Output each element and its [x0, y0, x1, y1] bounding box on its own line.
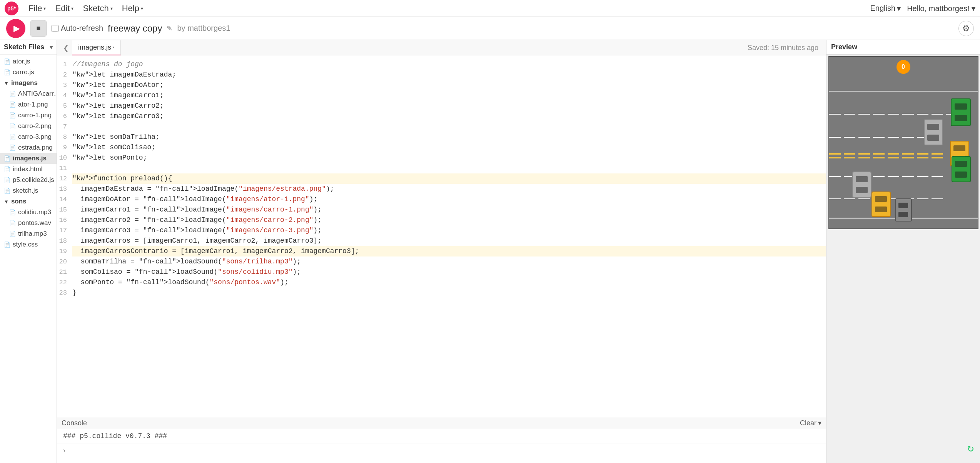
sidebar-file-estrada-png[interactable]: 📄 estrada.png — [0, 142, 57, 153]
line-number: 8 — [57, 132, 72, 142]
user-menu[interactable]: Hello, mattborges! ▾ — [907, 4, 975, 13]
line-content: "kw">let imagemCarro2; — [72, 101, 826, 111]
code-lines: 1//imagens do jogo2"kw">let imagemDaEstr… — [57, 56, 826, 301]
car-gray-1 — [924, 119, 943, 145]
code-line-14: 14 imagemDoAtor = "fn-call">loadImage("i… — [57, 194, 826, 205]
line-number: 19 — [57, 246, 72, 256]
file-name: estrada.png — [18, 144, 53, 152]
code-line-16: 16 imagemCarro2 = "fn-call">loadImage("i… — [57, 215, 826, 225]
code-line-5: 5"kw">let imagemCarro2; — [57, 101, 826, 111]
folder-name: imagens — [11, 79, 38, 87]
sidebar-file-style-css[interactable]: 📄 style.css — [0, 239, 57, 250]
save-status: Saved: 15 minutes ago — [748, 44, 823, 52]
sketch-name: freeway copy — [108, 23, 162, 34]
auto-refresh-label: Auto-refresh — [52, 24, 103, 33]
sidebar-file-colidiu-mp3[interactable]: 📄 colidiu.mp3 — [0, 207, 57, 218]
tab-imagens-js[interactable]: imagens.js • — [72, 40, 121, 55]
nav-help[interactable]: Help ▾ — [118, 2, 147, 15]
sidebar-file-carro-3-png[interactable]: 📄 carro-3.png — [0, 132, 57, 142]
file-name: colidiu.mp3 — [18, 208, 51, 216]
sidebar-file-ator-1-png[interactable]: 📄 ator-1.png — [0, 99, 57, 110]
sidebar-file-carro-1-png[interactable]: 📄 carro-1.png — [0, 110, 57, 121]
nav-edit[interactable]: Edit ▾ — [51, 2, 77, 15]
line-number: 10 — [57, 153, 72, 163]
file-name: carro-1.png — [18, 112, 52, 119]
auto-refresh-checkbox[interactable] — [52, 25, 58, 32]
file-name: carro-3.png — [18, 133, 52, 141]
console-area: Console Clear ▾ ### p5.collide v0.7.3 ##… — [57, 417, 826, 463]
toolbar: ▶ ■ Auto-refresh freeway copy ✎ by mattb… — [0, 17, 980, 40]
file-name: carro-2.png — [18, 122, 52, 130]
line-number: 13 — [57, 184, 72, 194]
file-name: index.html — [13, 165, 42, 173]
sidebar-file-imagens[interactable]: ▼ imagens — [0, 78, 57, 88]
line-number: 17 — [57, 225, 72, 236]
file-icon: 📄 — [9, 102, 16, 108]
expand-console-button[interactable]: › — [57, 443, 826, 458]
file-icon: 📄 — [9, 231, 16, 237]
line-content: imagemDaEstrada = "fn-call">loadImage("i… — [72, 184, 826, 194]
sidebar-file-ANTIGAcarr-3-png[interactable]: 📄 ANTIGAcarr…3.png→ — [0, 88, 57, 99]
line-number: 3 — [57, 80, 72, 90]
tab-collapse-button[interactable]: ❮ — [60, 42, 72, 54]
file-name: style.css — [13, 241, 38, 248]
preview-canvas: 0 — [826, 55, 980, 463]
file-name: ANTIGAcarr…3.png — [18, 90, 57, 98]
file-icon: 📄 — [9, 145, 16, 151]
line-number: 1 — [57, 59, 72, 70]
line-number: 23 — [57, 288, 72, 298]
sidebar-header: Sketch Files ▾ — [0, 40, 57, 55]
line-content: "kw">let imagemDaEstrada; — [72, 70, 826, 80]
game-score: 0 — [897, 60, 910, 74]
play-button[interactable]: ▶ — [6, 19, 25, 38]
line-number: 15 — [57, 205, 72, 215]
sidebar-file-imagens-js[interactable]: 📄 imagens.js — [0, 153, 57, 164]
code-line-13: 13 imagemDaEstrada = "fn-call">loadImage… — [57, 184, 826, 194]
file-name: sketch.js — [13, 187, 38, 195]
sidebar-file-pontos-wav[interactable]: 📄 pontos.wav — [0, 218, 57, 228]
car-yellow-2 — [871, 192, 891, 217]
sidebar-file-index-html[interactable]: 📄 index.html — [0, 164, 57, 175]
sidebar-file-trilha-mp3[interactable]: 📄 trilha.mp3 — [0, 228, 57, 239]
sketch-arrow-icon: ▾ — [110, 6, 113, 11]
line-content: imagemCarrosContrario = [imagemCarro1, i… — [72, 246, 826, 256]
line-content — [72, 163, 826, 173]
code-line-22: 22 somPonto = "fn-call">loadSound("sons/… — [57, 277, 826, 288]
console-log-line: ### p5.collide v0.7.3 ### — [63, 432, 167, 440]
code-line-20: 20 somDaTrilha = "fn-call">loadSound("so… — [57, 256, 826, 267]
code-line-8: 8"kw">let somDaTrilha; — [57, 132, 826, 142]
code-line-19: 19 imagemCarrosContrario = [imagemCarro1… — [57, 246, 826, 256]
stop-button[interactable]: ■ — [30, 20, 47, 37]
line-number: 5 — [57, 101, 72, 111]
console-clear-button[interactable]: Clear ▾ — [800, 419, 821, 427]
file-icon: 📄 — [4, 69, 10, 75]
line-content: imagemCarros = [imagemCarro1, imagemCarr… — [72, 236, 826, 246]
language-selector[interactable]: English ▾ — [870, 4, 901, 13]
nav-file[interactable]: File ▾ — [25, 2, 50, 15]
file-name: carro.js — [13, 68, 34, 76]
preview-header: Preview — [826, 40, 980, 55]
file-name: pontos.wav — [18, 219, 51, 227]
file-icon: 📄 — [9, 209, 16, 215]
sidebar-file-ator-js[interactable]: 📄 ator.js — [0, 56, 57, 67]
sidebar-file-carro-2-png[interactable]: 📄 carro-2.png — [0, 121, 57, 132]
nav-sketch[interactable]: Sketch ▾ — [79, 2, 116, 15]
sketch-author: by mattborges1 — [177, 24, 230, 33]
sidebar-file-carro-js[interactable]: 📄 carro.js — [0, 67, 57, 78]
line-content: imagemCarro1 = "fn-call">loadImage("imag… — [72, 205, 826, 215]
sidebar-file-sons[interactable]: ▼ sons — [0, 196, 57, 207]
code-editor[interactable]: 1//imagens do jogo2"kw">let imagemDaEstr… — [57, 56, 826, 417]
line-number: 12 — [57, 173, 72, 184]
folder-name: sons — [11, 198, 27, 205]
file-name: ator-1.png — [18, 101, 48, 108]
sidebar-file-sketch-js[interactable]: 📄 sketch.js — [0, 185, 57, 196]
p5-logo[interactable]: p5* — [5, 2, 18, 15]
sidebar-file-p5-collide2d-js[interactable]: 📄 p5.collide2d.js — [0, 175, 57, 185]
edit-sketch-icon[interactable]: ✎ — [167, 24, 172, 33]
settings-button[interactable]: ⚙ — [958, 21, 974, 36]
language-label: English — [870, 4, 896, 13]
help-arrow-icon: ▾ — [141, 6, 143, 11]
line-content: imagemCarro3 = "fn-call">loadImage("imag… — [72, 225, 826, 236]
code-line-18: 18 imagemCarros = [imagemCarro1, imagemC… — [57, 236, 826, 246]
sidebar-chevron-icon[interactable]: ▾ — [50, 43, 53, 51]
